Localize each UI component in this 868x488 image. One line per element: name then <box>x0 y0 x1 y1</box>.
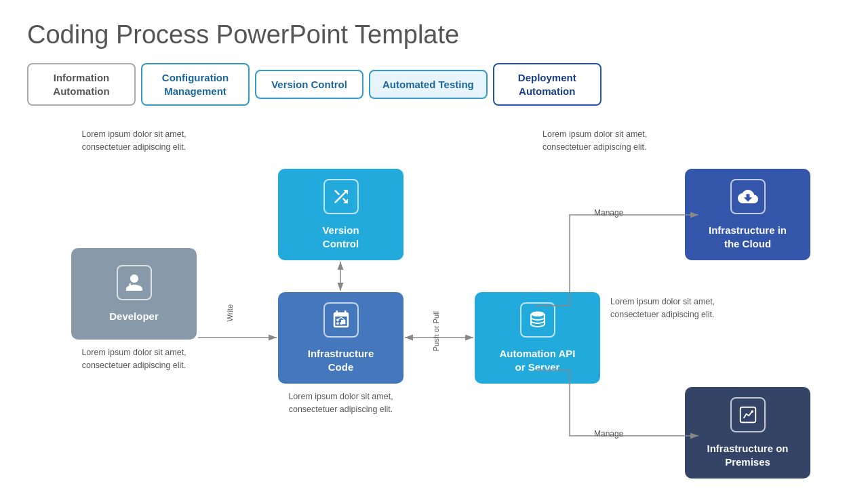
svg-point-8 <box>751 410 753 413</box>
developer-label: Developer <box>109 310 159 323</box>
tab-deployment-automation[interactable]: Deployment Automation <box>493 63 601 106</box>
page-title: Coding Process PowerPoint Template <box>27 20 841 49</box>
push-pull-label: Push or Pull <box>432 311 440 351</box>
svg-point-6 <box>531 312 545 317</box>
infra-code-label: InfrastructureCode <box>308 347 374 373</box>
write-label: Write <box>226 304 234 321</box>
lorem-developer-bottom: Lorem ipsum dolor sit amet,consectetuer … <box>71 346 197 372</box>
diagram: Lorem ipsum dolor sit amet,consectetuer … <box>27 123 841 488</box>
chart-icon <box>730 397 766 432</box>
cloud-box: Infrastructure inthe Cloud <box>685 169 810 260</box>
lorem-cloud-top: Lorem ipsum dolor sit amet,consectetuer … <box>542 128 685 154</box>
tab-configuration-management[interactable]: Configuration Management <box>141 63 250 106</box>
cloud-icon <box>730 179 766 214</box>
tab-automated-testing[interactable]: Automated Testing <box>369 70 488 100</box>
lorem-infra-bottom: Lorem ipsum dolor sit amet,consectetuer … <box>278 390 403 416</box>
svg-line-4 <box>338 317 341 320</box>
database-icon <box>520 302 555 338</box>
manage-label-top: Manage <box>594 208 623 218</box>
tab-bar: Information Automation Configuration Man… <box>27 63 841 106</box>
tab-label-0: Information Automation <box>53 72 109 97</box>
developer-icon <box>117 265 152 300</box>
premises-label: Infrastructure onPremises <box>707 442 788 468</box>
version-control-box: VersionControl <box>278 169 403 260</box>
network-icon <box>323 302 359 338</box>
lorem-api-right: Lorem ipsum dolor sit amet,consectetuer … <box>610 296 746 321</box>
svg-rect-0 <box>129 283 131 287</box>
tab-label-1: Configuration Management <box>162 72 229 97</box>
svg-point-2 <box>336 322 339 325</box>
version-control-label: VersionControl <box>322 224 359 250</box>
api-server-box: Automation APIor Server <box>475 292 600 384</box>
shuffle-icon <box>323 179 359 214</box>
svg-line-5 <box>341 317 344 320</box>
tab-version-control[interactable]: Version Control <box>255 70 363 100</box>
tab-label-4: Deployment Automation <box>518 72 576 97</box>
tab-information-automation[interactable]: Information Automation <box>27 63 136 106</box>
api-server-label: Automation APIor Server <box>500 347 576 373</box>
manage-label-bottom: Manage <box>594 429 623 439</box>
infra-code-box: InfrastructureCode <box>278 292 403 384</box>
cloud-label: Infrastructure inthe Cloud <box>709 224 787 250</box>
tab-label-2: Version Control <box>271 79 347 90</box>
lorem-developer-topleft: Lorem ipsum dolor sit amet,consectetuer … <box>71 128 197 154</box>
premises-box: Infrastructure onPremises <box>685 387 810 479</box>
developer-box: Developer <box>71 248 197 340</box>
svg-point-3 <box>340 322 342 325</box>
tab-label-3: Automated Testing <box>382 79 474 90</box>
